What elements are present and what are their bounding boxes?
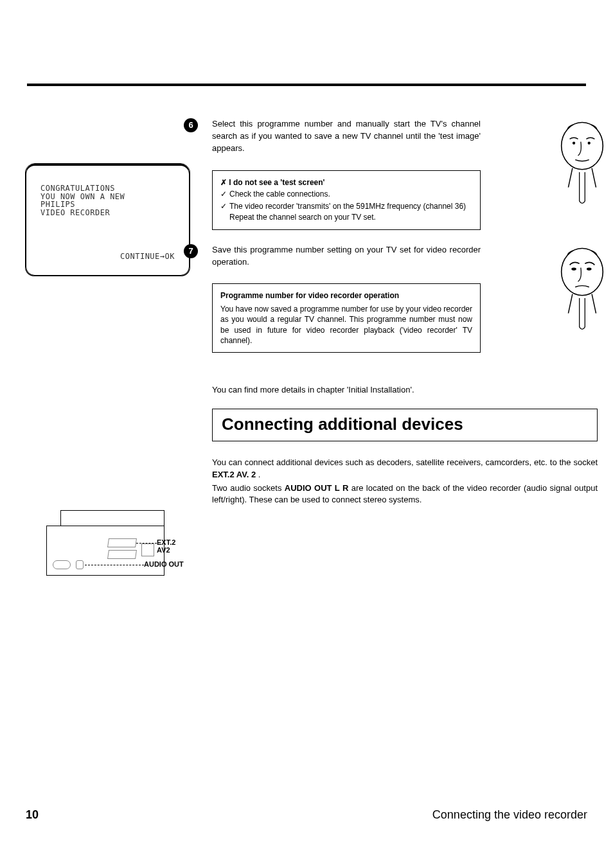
tv-screen-text: CONGRATULATIONS YOU NOW OWN A NEW PHILIP… [40,184,182,217]
scart-port-1 [107,538,137,547]
video-port [76,560,84,569]
audio-ports [53,560,71,569]
aux-port [141,544,154,556]
tv-screen-illustration: CONGRATULATIONS YOU NOW OWN A NEW PHILIP… [26,163,190,276]
step-7-text: Save this programme number setting on yo… [212,244,481,269]
svg-point-5 [587,267,592,270]
trouble-bullet-1-text: Check the cable connections. [229,190,330,199]
step-6: 6 Select this programme number and manua… [212,118,598,230]
step-6-number: 6 [184,118,198,132]
section-title: Connecting additional devices [222,414,588,434]
para2-bold: AUDIO OUT L R [285,483,349,493]
trouble-title: I do not see a 'test screen' [229,178,324,187]
para2-a: Two audio sockets [212,483,285,493]
trouble-bullet-2b: Repeat the channel search on your TV set… [220,212,472,223]
svg-point-3 [562,248,603,295]
content-area: CONGRATULATIONS YOU NOW OWN A NEW PHILIP… [26,118,587,506]
page-number: 10 [26,808,39,822]
troubleshoot-box: ✗ I do not see a 'test screen' ✓ Check t… [212,170,481,230]
tv-line4: VIDEO RECORDER [40,208,110,217]
svg-point-0 [562,122,603,169]
diagram-label-1: EXT.2 AV2 [157,538,190,554]
info-title: Programme number for video recorder oper… [220,290,472,301]
step-7-number: 7 [184,244,198,258]
svg-point-1 [573,142,575,145]
trouble-cross-icon: ✗ [220,178,227,187]
svg-point-4 [571,267,576,270]
diagram-label-2: AUDIO OUT [144,560,184,568]
trouble-bullet-2: ✓ The video recorder 'transmits' on the … [220,201,472,212]
paragraph-2: Two audio sockets AUDIO OUT L R are loca… [212,483,598,507]
svg-point-2 [588,142,591,145]
diagram-frame: EXT.2 AV2 AUDIO OUT [26,510,190,587]
check-icon: ✓ [220,201,227,212]
para1-b: . [256,470,260,479]
para1-a: You can connect additional devices such … [212,457,598,467]
note-line: You can find more details in chapter 'In… [212,385,598,394]
tv-continue-text: CONTINUE→OK [120,252,175,261]
step-7: 7 Save this programme number setting on … [212,244,598,353]
trouble-bullet-2-text: The video recorder 'transmits' on the 59… [229,202,466,211]
top-rule [27,84,586,86]
dash-line-1 [136,543,157,544]
face-illustration-2 [554,244,610,334]
trouble-bullet-2b-text: Repeat the channel search on your TV set… [229,213,376,222]
footer-title: Connecting the video recorder [432,808,587,822]
dash-line-2 [85,565,144,565]
paragraph-1: You can connect additional devices such … [212,457,598,481]
left-column: CONGRATULATIONS YOU NOW OWN A NEW PHILIP… [26,163,190,276]
right-column: 6 Select this programme number and manua… [212,118,598,506]
info-box: Programme number for video recorder oper… [212,283,481,353]
para1-bold: EXT.2 AV. 2 [212,470,256,479]
section-heading: Connecting additional devices [212,409,598,441]
trouble-bullet-1: ✓ Check the cable connections. [220,189,472,200]
scart-port-2 [107,550,137,559]
face-illustration-1 [554,118,610,208]
device-diagram: EXT.2 AV2 AUDIO OUT [26,510,190,587]
footer: 10 Connecting the video recorder [26,808,587,822]
info-body: You have now saved a programme number fo… [220,304,472,346]
check-icon: ✓ [220,189,227,200]
step-6-text: Select this programme number and manuall… [212,118,481,155]
trouble-title-line: ✗ I do not see a 'test screen' [220,177,472,188]
